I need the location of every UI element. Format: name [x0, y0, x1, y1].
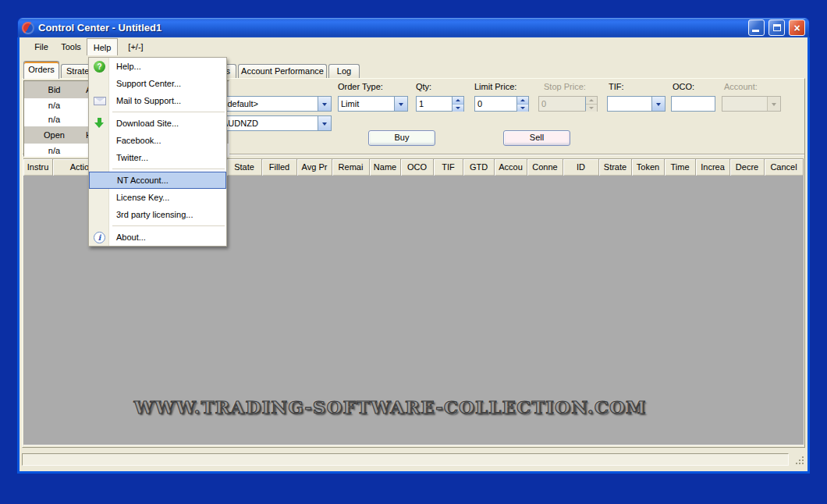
menu-separator [112, 166, 225, 172]
menu-item-facebook[interactable]: Facebook... [89, 132, 226, 149]
col-remaining[interactable]: Remai [332, 159, 370, 176]
col-filled[interactable]: Filled [262, 159, 297, 176]
tif-value [608, 97, 651, 111]
status-message [22, 453, 789, 466]
menu-item-support-center[interactable]: Support Center... [89, 75, 226, 92]
window-title: Control Center - Untitled1 [38, 22, 744, 34]
col-cancel[interactable]: Cancel [765, 159, 804, 176]
ninjatrader-logo-icon [22, 22, 34, 34]
menu-bar: File Tools Help [+/-] [20, 37, 807, 57]
tab-orders[interactable]: Orders [23, 61, 59, 79]
col-name[interactable]: Name [370, 159, 401, 176]
menu-tools[interactable]: Tools [55, 38, 87, 55]
help-icon [94, 61, 105, 73]
menu-workspaces[interactable]: [+/-] [118, 38, 154, 55]
spin-up-icon[interactable] [517, 97, 528, 105]
menu-file[interactable]: File [27, 38, 55, 55]
col-gtd[interactable]: GTD [463, 159, 495, 176]
minimize-button[interactable] [748, 20, 765, 36]
mail-icon [94, 97, 106, 105]
preset-value: <default> [220, 97, 318, 111]
info-icon [94, 232, 105, 243]
col-id[interactable]: ID [563, 159, 599, 176]
open-header: Open [24, 126, 84, 144]
buy-button[interactable]: Buy [368, 130, 435, 146]
menu-item-license-key[interactable]: License Key... [89, 189, 226, 206]
chevron-down-icon[interactable] [318, 116, 331, 130]
resize-grip[interactable] [794, 455, 804, 465]
limit-price-label: Limit Price: [474, 82, 516, 91]
chevron-down-icon[interactable] [318, 97, 331, 111]
bid-value: n/a [24, 98, 84, 112]
limit-price-stepper[interactable]: 0 [474, 96, 529, 112]
title-bar[interactable]: Control Center - Untitled1 × [17, 17, 810, 37]
bid-header: Bid [24, 81, 84, 98]
bid-value: n/a [24, 112, 84, 126]
oco-label: OCO: [673, 82, 694, 91]
qty-stepper[interactable]: 1 [416, 96, 464, 112]
control-center-window: Control Center - Untitled1 × File Tools … [17, 17, 810, 474]
download-icon [94, 118, 105, 129]
tif-select[interactable] [607, 96, 666, 112]
stop-price-stepper: 0 [538, 96, 598, 112]
col-tif[interactable]: TIF [434, 159, 463, 176]
menu-item-help[interactable]: Help... [89, 58, 226, 75]
account-select [722, 96, 781, 112]
col-oco[interactable]: OCO [401, 159, 434, 176]
col-strategy[interactable]: Strate [599, 159, 632, 176]
menu-separator [112, 223, 225, 229]
window-body: File Tools Help [+/-] Orders Strateg s A… [17, 37, 810, 474]
account-value [722, 97, 767, 111]
instrument-value: AUDNZD [220, 116, 318, 130]
open-value: n/a [24, 144, 84, 157]
limit-price-value: 0 [475, 97, 516, 111]
order-type-select[interactable]: Limit [338, 96, 408, 112]
menu-help[interactable]: Help [87, 38, 118, 55]
close-icon: × [793, 23, 800, 34]
spin-down-icon [586, 105, 597, 112]
spin-up-icon [586, 97, 597, 105]
spin-down-icon[interactable] [517, 105, 528, 112]
menu-separator [112, 109, 225, 115]
close-button[interactable]: × [789, 20, 805, 36]
maximize-button[interactable] [768, 20, 785, 36]
col-state[interactable]: State [227, 159, 262, 176]
menu-item-twitter[interactable]: Twitter... [89, 149, 226, 166]
tif-label: TIF: [609, 82, 624, 91]
preset-select[interactable]: <default> [219, 96, 332, 112]
col-avg-price[interactable]: Avg Pr [297, 159, 332, 176]
instrument-select[interactable]: AUDNZD [219, 115, 332, 131]
menu-item-mail-to-support[interactable]: Mail to Support... [89, 92, 226, 109]
col-time[interactable]: Time [665, 159, 696, 176]
col-instrument[interactable]: Instru [23, 159, 53, 176]
col-decrease[interactable]: Decre [730, 159, 765, 176]
account-label: Account: [724, 82, 758, 91]
menu-item-3rd-party-licensing[interactable]: 3rd party licensing... [89, 206, 226, 223]
maximize-icon [773, 24, 781, 31]
menu-item-download-site[interactable]: Download Site... [89, 115, 226, 132]
chevron-down-icon[interactable] [394, 97, 407, 111]
menu-item-nt-account[interactable]: NT Account... [89, 172, 226, 189]
spin-up-icon[interactable] [453, 97, 463, 105]
stop-price-label: Stop Price: [544, 82, 586, 91]
oco-field[interactable] [671, 96, 715, 112]
menu-item-about[interactable]: About... [89, 229, 226, 246]
stop-price-value: 0 [539, 97, 585, 111]
status-bar [21, 452, 806, 467]
sell-button[interactable]: Sell [503, 130, 570, 146]
col-account[interactable]: Accou [495, 159, 527, 176]
chevron-down-icon [767, 97, 780, 111]
col-increase[interactable]: Increa [696, 159, 730, 176]
tab-log[interactable]: Log [328, 64, 360, 78]
watermark-text: WWW.TRADING-SOFTWARE-COLLECTION.COM [23, 396, 757, 417]
col-connection[interactable]: Conne [527, 159, 563, 176]
help-dropdown-menu: Help... Support Center... Mail to Suppor… [88, 57, 227, 247]
qty-value: 1 [417, 97, 452, 111]
tab-account-performance[interactable]: Account Performance [238, 64, 327, 78]
qty-label: Qty: [416, 82, 431, 91]
spin-down-icon[interactable] [453, 105, 463, 112]
chevron-down-icon[interactable] [651, 97, 665, 111]
order-type-value: Limit [339, 97, 394, 111]
minimize-icon [752, 30, 759, 32]
col-token[interactable]: Token [632, 159, 665, 176]
